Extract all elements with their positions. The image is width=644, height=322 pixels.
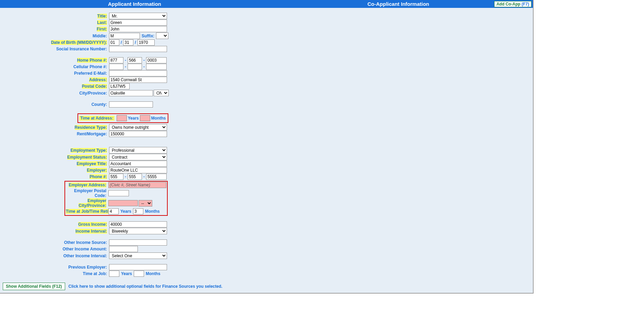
job-years-input[interactable] [108, 208, 119, 214]
other-amount-input[interactable] [109, 246, 138, 252]
footer-help-text[interactable]: Click here to show additional optional f… [69, 284, 223, 289]
label-dob: Date of Birth (MM/DD/YYYY): [51, 40, 107, 45]
form-area: Title: Mr. Last: First: Middle: Suffix: [0, 8, 533, 281]
label-title: Title: [97, 14, 107, 18]
label-county: County: [92, 102, 107, 107]
header-applicant: Applicant Information [3, 1, 266, 7]
label-prev-employer: Previous Employer: [68, 265, 107, 270]
label-cell-phone: Cellular Phone #: [73, 64, 107, 69]
label-residence-type: Residence Type: [75, 125, 107, 130]
dob-dd-input[interactable] [123, 39, 133, 46]
emp-prov-select[interactable]: -- [139, 200, 152, 207]
label-emp-city-prov: Employer City/Province: [79, 198, 106, 208]
label-other-amount: Other Income Amount: [62, 247, 107, 251]
emp-title-input[interactable] [109, 161, 167, 167]
label-other-source: Other Income Source: [64, 240, 107, 245]
residence-type-select[interactable]: Owns home outright [109, 124, 167, 131]
emp-status-select[interactable]: Contract [109, 154, 167, 160]
cell-phone-2[interactable] [128, 64, 142, 70]
label-home-phone: Home Phone #: [77, 58, 107, 63]
label-time-addr: Time at Address: [79, 116, 115, 121]
label-other-interval: Other Income Interval: [63, 253, 107, 258]
emp-phone-2[interactable] [128, 174, 142, 180]
sin-input[interactable] [109, 46, 167, 52]
cell-phone-3[interactable] [146, 64, 167, 70]
addr-years-input[interactable] [117, 115, 127, 121]
last-input[interactable] [109, 20, 167, 26]
suffix-select[interactable] [156, 33, 168, 39]
emp-type-select[interactable]: Professional [109, 147, 167, 153]
emp-phone-1[interactable] [109, 174, 123, 180]
prev-years-input[interactable] [109, 271, 119, 277]
label-address: Address: [89, 77, 107, 82]
city-input[interactable] [109, 90, 153, 96]
dob-yyyy-input[interactable] [138, 39, 155, 46]
label-rent-mortgage: Rent/Mortgage: [77, 132, 107, 136]
employer-info-validation: Employer Address: Employer Postal Code: … [64, 181, 168, 216]
label-email: Preferred E-Mail: [74, 71, 107, 76]
time-at-address-validation: Time at Address: Years Months [77, 113, 168, 123]
label-emp-type: Employment Type: [71, 148, 107, 153]
header-coapplicant: Co-Applicant Information [266, 1, 530, 7]
label-middle: Middle: [93, 34, 107, 38]
add-coapp-button[interactable]: Add Co-App (F7) [494, 1, 532, 7]
label-sin: Social Insurance Number: [56, 47, 107, 51]
footer-row: Show Additional Fields (F12) Click here … [0, 281, 533, 293]
home-phone-2[interactable] [128, 57, 142, 63]
label-city-prov: City/Province: [79, 91, 107, 96]
prev-employer-input[interactable] [109, 264, 167, 270]
prev-months-input[interactable] [134, 271, 144, 277]
label-last: Last: [97, 20, 107, 25]
first-input[interactable] [109, 26, 167, 32]
other-interval-select[interactable]: Select One [109, 252, 167, 259]
income-interval-select[interactable]: Biweekly [109, 228, 167, 234]
emp-postal-input[interactable] [108, 190, 129, 196]
show-additional-fields-button[interactable]: Show Additional Fields (F12) [3, 283, 65, 290]
label-suffix: Suffix: [141, 34, 155, 38]
email-input[interactable] [109, 70, 167, 76]
gross-income-input[interactable] [109, 221, 167, 227]
emp-addr-input[interactable] [108, 182, 166, 188]
title-select[interactable]: Mr. [109, 13, 167, 19]
home-phone-3[interactable] [146, 57, 167, 63]
label-income-interval: Income Interval: [75, 229, 107, 234]
home-phone-1[interactable] [109, 57, 123, 63]
label-prev-time: Time at Job: [83, 271, 107, 276]
emp-phone-3[interactable] [146, 174, 167, 180]
cell-phone-1[interactable] [109, 64, 123, 70]
header-bar: Applicant Information Co-Applicant Infor… [0, 0, 533, 8]
label-emp-phone: Phone #: [90, 174, 107, 179]
address-input[interactable] [109, 77, 167, 83]
job-months-input[interactable] [133, 208, 143, 214]
middle-input[interactable] [109, 33, 140, 39]
rent-mortgage-input[interactable] [109, 131, 167, 137]
label-employer: Employer: [87, 168, 107, 173]
label-emp-title: Employee Title: [77, 161, 107, 166]
county-input[interactable] [109, 101, 153, 108]
label-emp-status: Employment Status: [67, 155, 107, 160]
label-first: First: [97, 27, 107, 32]
other-source-input[interactable] [109, 239, 167, 246]
label-emp-postal: Employer Postal Code: [74, 188, 106, 198]
employer-input[interactable] [109, 167, 167, 173]
label-emp-addr: Employer Address: [69, 183, 106, 187]
addr-months-input[interactable] [140, 115, 150, 121]
label-postal: Postal Code: [82, 84, 107, 89]
province-select[interactable]: ON [154, 90, 169, 96]
label-gross-income: Gross Income: [78, 222, 107, 227]
emp-city-input[interactable] [108, 200, 138, 206]
postal-input[interactable] [109, 83, 130, 89]
dob-mm-input[interactable] [109, 39, 119, 46]
